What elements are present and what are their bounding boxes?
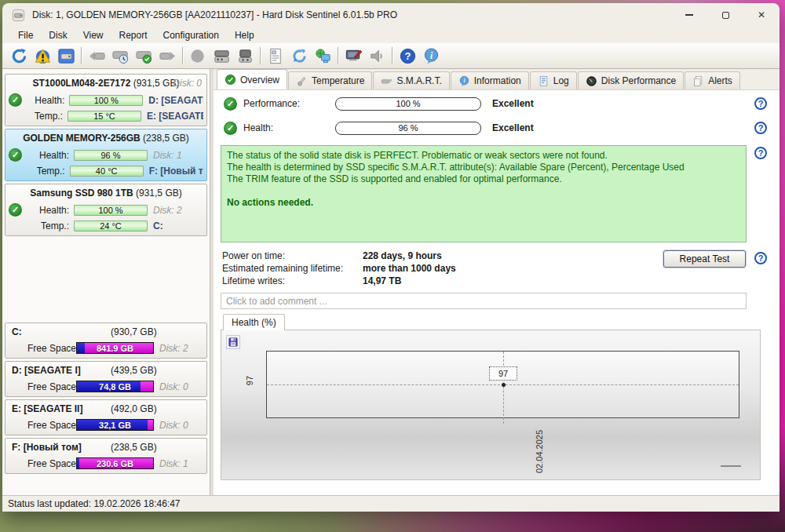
partition-item-e[interactable]: E: [SEAGATE II] (492,0 GB) Free Space 32…: [5, 399, 207, 435]
tab-log[interactable]: Log: [530, 71, 577, 89]
health-label: Health:: [22, 95, 69, 106]
log-document-icon: [538, 75, 550, 87]
next-disk-icon[interactable]: [155, 46, 179, 67]
save-chart-icon[interactable]: [226, 335, 240, 349]
status-line: The status of the solid state disk is PE…: [227, 150, 740, 162]
health-row: Health: 100 % Disk: 2: [9, 203, 203, 217]
partition-link[interactable]: D: [SEAGATE: [148, 95, 203, 106]
toolbar-separator: [81, 47, 82, 64]
disk-header: ST1000LM048-2E7172 (931,5 GB) Disk: 0: [9, 76, 203, 91]
free-space-row: Free Space 230.6 GB Disk: 1: [9, 457, 203, 470]
device-settings-icon[interactable]: [233, 46, 257, 67]
main-area: ST1000LM048-2E7172 (931,5 GB) Disk: 0 He…: [2, 69, 780, 495]
report-icon[interactable]: [264, 46, 287, 67]
health-help-icon[interactable]: [754, 122, 767, 134]
disk-number: Disk: 0: [159, 420, 188, 431]
chart-scrollbar-thumb[interactable]: [721, 465, 741, 467]
info-value: 14,97 TB: [363, 275, 401, 287]
partition-item-d[interactable]: D: [SEAGATE I] (439,5 GB) Free Space 74,…: [5, 361, 207, 397]
info-label: Power on time:: [222, 250, 363, 262]
close-icon: ✕: [758, 10, 765, 20]
chart-tab-health[interactable]: Health (%): [223, 314, 285, 330]
partition-link[interactable]: F: [Новый то: [149, 166, 203, 177]
partition-size: (492,0 GB): [111, 402, 157, 417]
chart-plot-area[interactable]: 97: [266, 351, 739, 418]
disk-size: (931,5 GB): [136, 188, 182, 199]
health-bar: 100 %: [69, 95, 143, 106]
disk-schedule-icon[interactable]: [108, 46, 132, 67]
problems-report-icon[interactable]: [31, 46, 54, 67]
partition-name: C:: [9, 326, 22, 337]
data-point: [502, 383, 506, 387]
free-space-bar: 74,8 GB: [76, 381, 154, 392]
status-text-box: The status of the solid state disk is PE…: [221, 145, 747, 242]
disk-item-samsung[interactable]: Samsung SSD 980 1TB (931,5 GB) Health: 1…: [5, 184, 207, 236]
menu-report[interactable]: Report: [111, 28, 155, 42]
sound-icon[interactable]: [365, 46, 389, 67]
menu-file[interactable]: File: [10, 28, 41, 42]
toolbar-separator: [260, 47, 261, 64]
partition-header: C: (930,7 GB): [9, 325, 203, 340]
status-help-icon[interactable]: [754, 147, 767, 159]
refresh-icon[interactable]: [7, 46, 31, 67]
free-space-value: 230.6 GB: [77, 458, 153, 468]
partition-size: (439,5 GB): [111, 363, 157, 378]
partition-item-c[interactable]: C: (930,7 GB) Free Space 841.9 GB Disk: …: [5, 322, 207, 359]
repeat-test-help-icon[interactable]: [754, 252, 767, 264]
tab-temperature[interactable]: Temperature: [288, 71, 372, 89]
info-value: 228 days, 9 hours: [363, 250, 442, 262]
free-space-row: Free Space 841.9 GB Disk: 2: [9, 341, 203, 355]
data-point-label: 97: [489, 366, 517, 381]
free-space-bar: 841.9 GB: [76, 342, 154, 354]
sync-icon[interactable]: [287, 46, 311, 67]
disk-name: GOLDEN MEMORY-256GB: [23, 133, 141, 144]
network-icon[interactable]: [311, 46, 334, 67]
performance-row: Performance: 100 % Excellent: [224, 97, 534, 111]
health-label: Health:: [22, 150, 74, 161]
info-label: Lifetime writes:: [222, 275, 363, 287]
partition-link[interactable]: E: [SEAGATE I: [147, 111, 203, 122]
disk-item-st1000[interactable]: ST1000LM048-2E7172 (931,5 GB) Disk: 0 He…: [5, 74, 207, 126]
performance-help-icon[interactable]: [754, 97, 767, 110]
menu-help[interactable]: Help: [227, 28, 262, 42]
temp-label: Temp.:: [22, 166, 70, 177]
prev-disk-icon[interactable]: [85, 46, 108, 67]
chart-x-label: 02.04.2025: [535, 423, 544, 473]
partition-item-f[interactable]: F: [Новый том] (238,5 GB) Free Space 230…: [5, 438, 207, 474]
health-chart: Health (%) 97 97 02.04.2025: [221, 314, 761, 480]
health-rating: Excellent: [492, 122, 534, 133]
repeat-test-button[interactable]: Repeat Test: [663, 250, 746, 268]
disk-overview-icon[interactable]: [54, 46, 78, 67]
info-label: Estimated remaining lifetime:: [222, 262, 363, 275]
disk-accept-icon[interactable]: [132, 46, 155, 67]
temp-label: Temp.:: [22, 220, 74, 231]
disk-item-golden-memory[interactable]: GOLDEN MEMORY-256GB (238,5 GB) Health: 9…: [5, 129, 207, 181]
minimize-button[interactable]: [671, 3, 707, 27]
comment-input[interactable]: [221, 293, 747, 309]
maximize-button[interactable]: [707, 3, 743, 27]
partition-link[interactable]: C:: [153, 220, 163, 231]
help-icon[interactable]: ?: [396, 46, 419, 67]
free-space-row: Free Space 32,1 GB Disk: 0: [9, 418, 203, 432]
surface-test-icon[interactable]: [186, 46, 210, 67]
temp-row: Temp.: 15 °C E: [SEAGATE I: [9, 109, 203, 122]
disk-header: GOLDEN MEMORY-256GB (238,5 GB): [9, 131, 203, 146]
close-button[interactable]: ✕: [743, 3, 780, 27]
information-icon[interactable]: i: [419, 46, 443, 67]
tab-information[interactable]: i Information: [451, 71, 529, 89]
minimize-icon: [685, 14, 693, 16]
hardware-info-icon[interactable]: [210, 46, 233, 67]
health-bar: 96 %: [74, 150, 148, 161]
menu-view[interactable]: View: [75, 28, 111, 42]
tab-smart[interactable]: S.M.A.R.T.: [373, 71, 449, 89]
health-value: 96 %: [336, 122, 480, 134]
tab-overview[interactable]: Overview: [217, 69, 287, 89]
menu-configuration[interactable]: Configuration: [155, 28, 227, 42]
tab-disk-performance[interactable]: Disk Performance: [578, 71, 684, 89]
health-label: Health:: [243, 122, 335, 133]
partition-name: F: [Новый том]: [9, 442, 82, 453]
menu-disk[interactable]: Disk: [41, 28, 75, 42]
desktop-settings-icon[interactable]: [341, 46, 365, 67]
titlebar: Disk: 1, GOLDEN MEMORY-256GB [AA20211102…: [2, 3, 780, 27]
tab-alerts[interactable]: Alerts: [685, 71, 740, 89]
